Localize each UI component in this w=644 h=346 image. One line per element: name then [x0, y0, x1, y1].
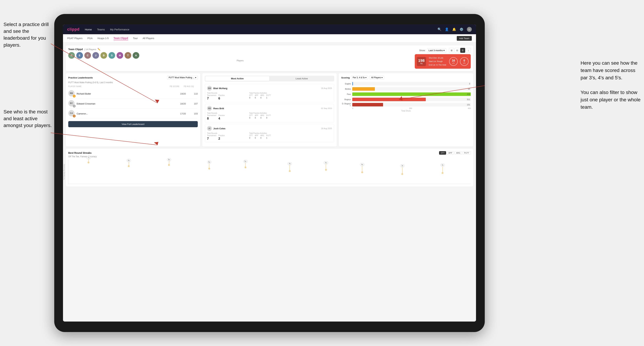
filter-putt[interactable]: PUTT [462, 151, 471, 155]
drill-select[interactable]: PUTT Must Make Putting ... ▾ [167, 76, 198, 79]
avatar-7[interactable]: M [116, 52, 123, 59]
dbogeys-fill [352, 103, 383, 106]
nav-my-performance[interactable]: My Performance [110, 28, 129, 31]
streak-pin-6: 4x [288, 162, 292, 172]
view-grid2-btn[interactable]: ⊞ [449, 48, 454, 53]
lb-table-header: PLAYER NAME PB SCORE PB AVG SQ [68, 85, 198, 87]
view-list-btn[interactable]: ☰ [460, 48, 465, 53]
tab-most-active[interactable]: Most Active [205, 76, 269, 81]
avatar-8[interactable]: T [124, 52, 131, 59]
main-content: Team Clippd | 14 Players ✏️ R E C J B S … [63, 43, 476, 322]
total-rounds-group-1: Total Rounds Tournament 7 Practice 6 [207, 92, 248, 100]
team-count: | 14 Players [84, 48, 96, 51]
scoring-card: Scoring Par 3, 4 & 5s ▾ All Players ▾ Ea… [339, 73, 473, 147]
avatar-icon[interactable]: U [467, 27, 472, 32]
eagles-fill [352, 82, 353, 85]
streak-pin-1: 7x [86, 156, 91, 163]
activity-date-3: 26 Aug 2023 [321, 127, 332, 130]
team-right: Show: Last 3 months ▾ ⊞ ⊟ ☰ ↕ [415, 48, 471, 69]
leaderboard-title: Practice Leaderboards [68, 76, 93, 79]
shot-circle-1: 16 yds [449, 57, 458, 66]
shot-badge: 198 SQ [417, 57, 426, 66]
rank-badge-2: 2 [73, 105, 76, 107]
activity-player-1: BM Blair McHarg 26 Aug 2023 Total Rounds… [205, 84, 334, 102]
avatar-4[interactable]: J [92, 52, 99, 59]
shot-circles: 16 yds 0 yds [449, 57, 469, 66]
subnav-hcaps[interactable]: Hcaps 1-5 [98, 37, 109, 40]
rounds-sub-1: Tournament 7 Practice 6 [207, 94, 248, 100]
avatar-1[interactable]: R [68, 52, 75, 59]
lb-score-3: 17/20 [174, 112, 186, 115]
avatar-9[interactable]: A [133, 52, 139, 59]
practice-leaderboards-card: Practice Leaderboards PUTT Must Make Put… [66, 73, 200, 147]
total-rounds-label-1: Total Rounds [207, 92, 248, 94]
streak-pin-7: 4x [324, 161, 328, 171]
show-label: Show: [419, 49, 426, 52]
shot-info: Shot Dist: 16 yds Start Lie: Rough End L… [429, 56, 446, 67]
search-icon[interactable]: 🔍 [438, 27, 441, 31]
bar-bogeys: Bogeys 311 [341, 97, 471, 102]
subnav-tour[interactable]: Tour [133, 37, 138, 40]
lb-score-1: 19/20 [174, 92, 186, 95]
streak-pin-3: 6x [167, 158, 171, 166]
bar-dbogeys: D. Bogeys + 131 [341, 103, 471, 107]
streak-chart: % Fairway Accuracy 7x 6x 6x [68, 160, 471, 184]
view-sort-btn[interactable]: ↕ [466, 48, 471, 53]
activity-date-1: 26 Aug 2023 [321, 87, 332, 89]
lb-player-row-1[interactable]: RB 1 Richard Butler 19/20 110 [68, 89, 198, 99]
y-axis-label: % Fairway Accuracy [63, 164, 65, 180]
chart-x-title: Total Shots [341, 110, 471, 112]
activity-player-1-header: BM Blair McHarg 26 Aug 2023 [207, 86, 332, 91]
subnav-all-players[interactable]: All Players [142, 37, 154, 40]
filter-app[interactable]: APP [447, 151, 454, 155]
lb-avg-2: 107 [187, 102, 198, 105]
add-team-button[interactable]: Add Team [457, 36, 472, 41]
lb-rank-avatar-1: RB 1 [68, 90, 75, 97]
eagles-track: 3 [352, 82, 471, 85]
view-grid3-btn[interactable]: ⊟ [455, 48, 460, 53]
scoring-filter-par[interactable]: Par 3, 4 & 5s ▾ [351, 76, 368, 79]
show-select[interactable]: Last 3 months ▾ [427, 48, 446, 53]
pars-fill [352, 92, 471, 96]
view-full-leaderboard-button[interactable]: View Full Leaderboard [68, 121, 198, 127]
lb-player-row-3[interactable]: CA 3 Cameron... 17/20 103 [68, 109, 198, 119]
subnav-pgat[interactable]: PGAT Players [67, 37, 82, 40]
person-icon[interactable]: 👤 [445, 27, 449, 31]
team-header-top: Team Clippd | 14 Players ✏️ R E C J B S … [68, 48, 471, 69]
filter-ott[interactable]: OTT [439, 151, 446, 155]
eagles-label: Eagles [341, 83, 351, 85]
bar-birdies: Birdies 96 [341, 87, 471, 91]
pars-track: 499 [352, 92, 471, 96]
lb-player-row-2[interactable]: EC 2 Edward Crossman 18/20 107 [68, 99, 198, 109]
avatar-3[interactable]: C [84, 52, 91, 59]
bell-icon[interactable]: 🔔 [452, 27, 456, 31]
tab-least-active[interactable]: Least Active [270, 76, 334, 81]
subnav-pga[interactable]: PGA [87, 37, 92, 40]
activity-name-1: Blair McHarg [213, 87, 320, 90]
annotation-right: Here you can see how the team have score… [581, 59, 640, 111]
activity-avatar-3: JC [207, 126, 212, 131]
avatar-6[interactable]: S [108, 52, 115, 59]
scoring-filter-players[interactable]: All Players ▾ [370, 76, 384, 79]
nav-teams[interactable]: Teams [97, 28, 105, 31]
rank-badge-3: 3 [73, 115, 76, 117]
nav-home[interactable]: Home [85, 28, 92, 31]
avatar-5[interactable]: B [100, 52, 107, 59]
rank-badge-1: 1 [73, 95, 76, 98]
activity-avatar-2: RB [207, 106, 212, 111]
leaderboard-header: Practice Leaderboards PUTT Must Make Put… [68, 76, 198, 79]
avatar-2[interactable]: E [76, 52, 83, 59]
settings-icon[interactable]: ⚙️ [460, 27, 464, 31]
activity-name-2: Rees Britt [213, 107, 320, 110]
edit-icon[interactable]: ✏️ [98, 48, 100, 51]
activity-player-3-header: JC Josh Coles 26 Aug 2023 [207, 126, 332, 131]
nav-icons: 🔍 👤 🔔 ⚙️ U [438, 27, 472, 32]
activity-stats-3: Total Rounds Tournament 7 Practice 2 [207, 132, 332, 141]
streak-pin-5: 5x [243, 160, 248, 168]
filter-arg[interactable]: ARG [454, 151, 462, 155]
streak-pin-8: 4x [360, 163, 364, 173]
show-filter-row: Show: Last 3 months ▾ ⊞ ⊟ ☰ ↕ [419, 48, 471, 53]
annotation-top-left: Select a practice drill and see the lead… [4, 21, 52, 48]
streak-pin-2: 6x [127, 159, 131, 167]
subnav-team-clippd[interactable]: Team Clippd [114, 37, 128, 40]
